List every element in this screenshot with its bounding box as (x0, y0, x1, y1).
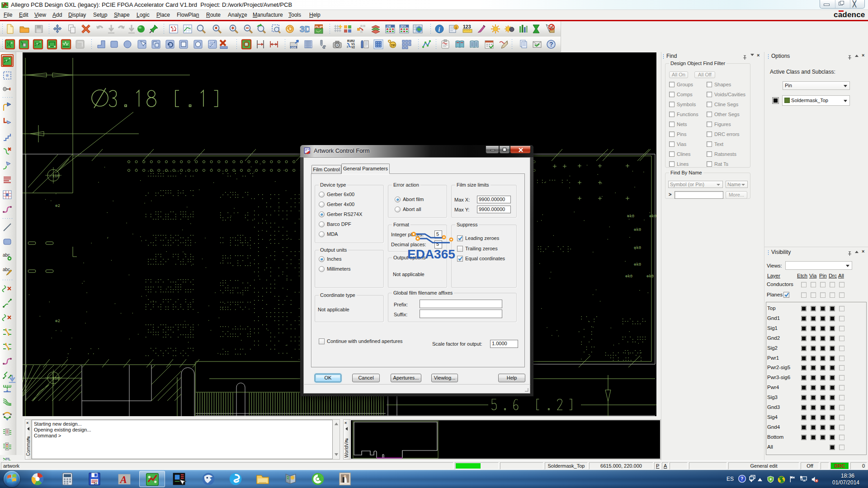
svg-text:TP: TP (391, 43, 396, 47)
svg-text:⊕k0: ⊕k0 (634, 246, 641, 250)
svg-text:⊕2: ⊕2 (55, 204, 60, 208)
svg-text:⊕k0: ⊕k0 (634, 228, 641, 232)
svg-text:⊕k0: ⊕k0 (634, 263, 641, 267)
svg-text:⊕k0: ⊕k0 (649, 214, 656, 219)
svg-text:FLIP: FLIP (316, 25, 323, 29)
svg-text:R1R2: R1R2 (347, 39, 355, 42)
svg-text:⊕k0: ⊕k0 (625, 274, 632, 279)
svg-text:V2: V2 (351, 46, 355, 49)
svg-text:A: A (119, 474, 127, 485)
svg-text:123: 123 (463, 24, 471, 29)
svg-text:EDA365: EDA365 (407, 247, 455, 261)
svg-text:V1: V1 (351, 42, 355, 46)
svg-text:DFA: DFA (401, 25, 406, 28)
svg-text:64: 64 (94, 482, 98, 485)
svg-text:CM: CM (387, 25, 391, 28)
svg-text:⊕2: ⊕2 (55, 319, 60, 324)
svg-text:abc: abc (3, 267, 10, 272)
svg-text:⊕k0: ⊕k0 (627, 214, 634, 219)
svg-text:?: ? (549, 41, 553, 48)
svg-text:3D: 3D (300, 24, 310, 34)
svg-text:ODB: ODB (291, 46, 296, 49)
svg-text:.118: .118 (50, 376, 60, 381)
svg-text:?: ? (741, 476, 743, 481)
svg-text:⊕k0: ⊕k0 (646, 274, 654, 279)
svg-text:i: i (439, 26, 440, 33)
